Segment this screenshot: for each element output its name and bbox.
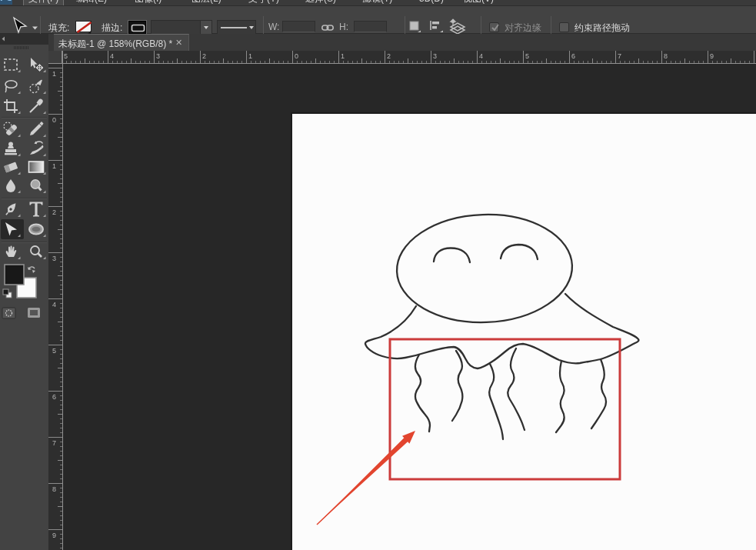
- svg-text:5: 5: [525, 52, 529, 60]
- svg-text:4: 4: [110, 52, 114, 60]
- svg-text:1: 1: [341, 52, 345, 60]
- svg-text:0: 0: [52, 116, 56, 124]
- svg-text:5: 5: [64, 52, 68, 60]
- svg-text:4: 4: [52, 301, 56, 308]
- svg-text:8: 8: [52, 485, 56, 493]
- svg-text:6: 6: [52, 393, 56, 401]
- svg-text:3: 3: [156, 52, 160, 60]
- svg-text:4: 4: [479, 52, 483, 60]
- svg-text:3: 3: [52, 255, 56, 262]
- svg-text:2: 2: [387, 52, 391, 60]
- svg-text:1: 1: [52, 70, 56, 78]
- svg-text:2: 2: [52, 208, 56, 216]
- svg-text:7: 7: [52, 439, 56, 447]
- svg-text:1: 1: [52, 162, 56, 170]
- svg-text:8: 8: [664, 52, 668, 60]
- svg-text:0: 0: [295, 52, 298, 60]
- svg-text:6: 6: [571, 52, 575, 60]
- svg-text:9: 9: [52, 532, 56, 539]
- svg-text:3: 3: [433, 52, 437, 60]
- svg-text:9: 9: [710, 52, 714, 60]
- svg-text:1: 1: [248, 52, 252, 60]
- svg-text:2: 2: [202, 52, 206, 60]
- svg-text:7: 7: [618, 52, 621, 60]
- svg-text:5: 5: [52, 347, 56, 355]
